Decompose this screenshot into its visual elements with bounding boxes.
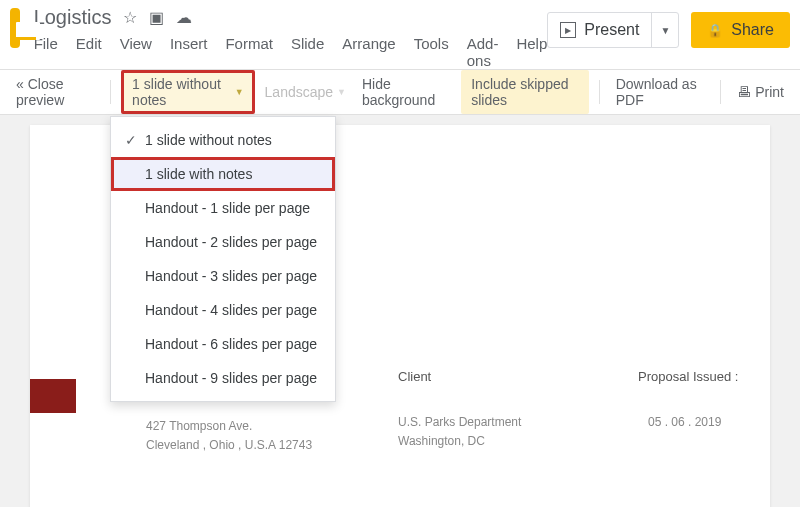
- print-toolbar: « Close preview 1 slide without notes ▼ …: [0, 69, 800, 115]
- caret-down-icon: ▼: [337, 87, 346, 97]
- caret-down-icon: ▼: [235, 87, 244, 97]
- decorative-block: [30, 379, 76, 413]
- menu-format[interactable]: Format: [225, 35, 273, 69]
- present-split-button: ▶ Present ▼: [547, 12, 679, 48]
- menu-slide[interactable]: Slide: [291, 35, 324, 69]
- close-preview-button[interactable]: « Close preview: [10, 72, 100, 112]
- separator: [720, 80, 721, 104]
- client-body: U.S. Parks Department Washington, DC: [398, 413, 521, 451]
- separator: [110, 80, 111, 104]
- address-line1: 427 Thompson Ave.: [146, 417, 312, 436]
- menu-bar: File Edit View Insert Format Slide Arran…: [34, 35, 548, 69]
- dropdown-item-5[interactable]: Handout - 4 slides per page: [111, 293, 335, 327]
- layout-dropdown-menu: ✓ 1 slide without notes 1 slide with not…: [110, 116, 336, 402]
- dropdown-item-label: Handout - 2 slides per page: [145, 234, 317, 250]
- proposal-date: 05 . 06 . 2019: [648, 415, 721, 429]
- dropdown-item-3[interactable]: Handout - 2 slides per page: [111, 225, 335, 259]
- orientation-label: Landscape: [265, 84, 334, 100]
- document-title[interactable]: Logistics: [34, 6, 112, 29]
- present-caret[interactable]: ▼: [652, 25, 678, 36]
- dropdown-item-4[interactable]: Handout - 3 slides per page: [111, 259, 335, 293]
- proposal-heading: Proposal Issued :: [638, 369, 738, 384]
- play-icon: ▶: [560, 22, 576, 38]
- dropdown-item-label: Handout - 4 slides per page: [145, 302, 317, 318]
- check-icon: ✓: [125, 132, 145, 148]
- print-button[interactable]: 🖶 Print: [731, 80, 790, 104]
- cloud-save-icon[interactable]: ☁: [176, 8, 192, 27]
- menu-edit[interactable]: Edit: [76, 35, 102, 69]
- address-block: 427 Thompson Ave. Cleveland , Ohio , U.S…: [146, 417, 312, 455]
- menu-addons[interactable]: Add-ons: [467, 35, 499, 69]
- hide-background-button[interactable]: Hide background: [356, 72, 451, 112]
- dropdown-item-7[interactable]: Handout - 9 slides per page: [111, 361, 335, 395]
- dropdown-item-label: 1 slide without notes: [145, 132, 272, 148]
- present-button[interactable]: ▶ Present: [548, 13, 652, 47]
- dropdown-item-0[interactable]: ✓ 1 slide without notes: [111, 123, 335, 157]
- dropdown-item-label: Handout - 6 slides per page: [145, 336, 317, 352]
- app-header: Logistics ☆ ▣ ☁ File Edit View Insert Fo…: [0, 0, 800, 69]
- printer-icon: 🖶: [737, 84, 751, 100]
- title-and-menus: Logistics ☆ ▣ ☁ File Edit View Insert Fo…: [34, 6, 548, 69]
- menu-arrange[interactable]: Arrange: [342, 35, 395, 69]
- share-label: Share: [731, 21, 774, 39]
- lock-icon: 🔒: [707, 23, 723, 38]
- layout-dropdown-button[interactable]: 1 slide without notes ▼: [121, 70, 254, 114]
- include-skipped-toggle[interactable]: Include skipped slides: [461, 70, 589, 114]
- orientation-dropdown[interactable]: Landscape ▼: [265, 84, 346, 100]
- layout-dropdown-label: 1 slide without notes: [132, 76, 229, 108]
- client-heading: Client: [398, 369, 431, 384]
- dropdown-item-1[interactable]: 1 slide with notes: [111, 157, 335, 191]
- slides-logo: [10, 8, 20, 48]
- present-label: Present: [584, 21, 639, 39]
- star-icon[interactable]: ☆: [123, 8, 137, 27]
- menu-help[interactable]: Help: [516, 35, 547, 69]
- dropdown-item-label: Handout - 3 slides per page: [145, 268, 317, 284]
- address-line2: Cleveland , Ohio , U.S.A 12743: [146, 436, 312, 455]
- dropdown-item-6[interactable]: Handout - 6 slides per page: [111, 327, 335, 361]
- separator: [599, 80, 600, 104]
- menu-file[interactable]: File: [34, 35, 58, 69]
- print-label: Print: [755, 84, 784, 100]
- client-line2: Washington, DC: [398, 432, 521, 451]
- dropdown-item-2[interactable]: Handout - 1 slide per page: [111, 191, 335, 225]
- menu-view[interactable]: View: [120, 35, 152, 69]
- menu-insert[interactable]: Insert: [170, 35, 208, 69]
- menu-tools[interactable]: Tools: [414, 35, 449, 69]
- dropdown-item-label: Handout - 9 slides per page: [145, 370, 317, 386]
- move-folder-icon[interactable]: ▣: [149, 8, 164, 27]
- client-line1: U.S. Parks Department: [398, 413, 521, 432]
- dropdown-item-label: Handout - 1 slide per page: [145, 200, 310, 216]
- dropdown-item-label: 1 slide with notes: [145, 166, 252, 182]
- share-button[interactable]: 🔒 Share: [691, 12, 790, 48]
- download-pdf-button[interactable]: Download as PDF: [610, 72, 711, 112]
